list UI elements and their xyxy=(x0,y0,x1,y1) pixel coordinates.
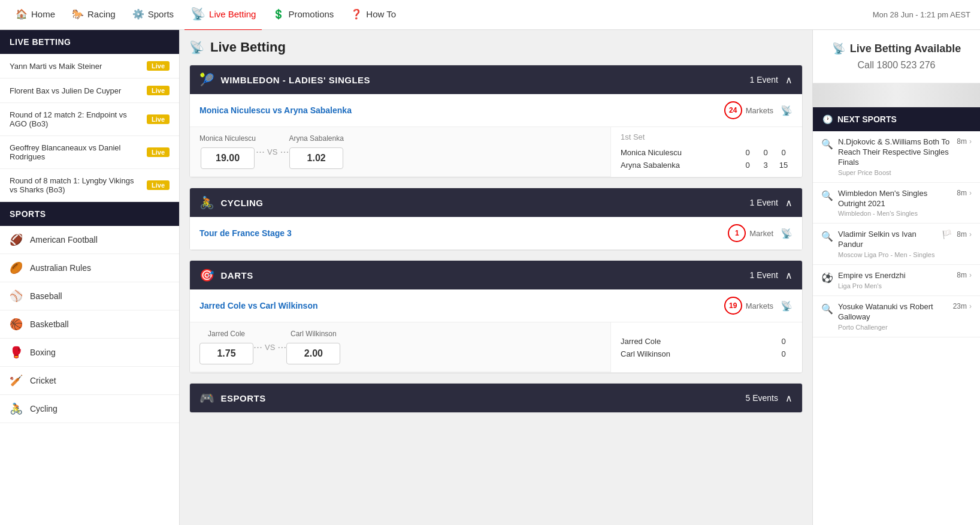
next-sport-sub-4: Porto Challenger xyxy=(838,324,946,331)
live-event-item[interactable]: Yann Marti vs Maik Steiner Live xyxy=(0,54,179,79)
darts-event-link[interactable]: Jarred Cole vs Carl Wilkinson xyxy=(199,301,724,310)
wimbledon-live-stream-icon[interactable]: 📡 xyxy=(781,105,793,116)
darts-score-player1: Jarred Cole xyxy=(621,337,775,346)
next-sport-item-4[interactable]: 🔍 Yosuke Watanuki vs Robert Galloway Por… xyxy=(813,296,980,337)
score-p2-s3: 15 xyxy=(775,161,793,170)
next-sport-right-1: 8m › xyxy=(954,189,972,197)
darts-markets-label: Markets xyxy=(746,301,773,310)
score-player2: Aryna Sabalenka xyxy=(621,161,739,170)
next-sport-time-2: 8m xyxy=(957,230,967,239)
home-icon: 🏠 xyxy=(16,8,28,20)
darts-section-icon: 🎯 xyxy=(199,268,215,282)
player2-name: Aryna Sabalenka xyxy=(289,134,343,143)
next-sport-item-1[interactable]: 🔍 Wimbledon Men's Singles Outright 2021 … xyxy=(813,183,980,224)
main-content: 📡 Live Betting 🎾 WIMBLEDON - LADIES' SIN… xyxy=(180,30,812,525)
esports-chevron[interactable]: ∧ xyxy=(785,393,793,404)
nav-promotions[interactable]: 💲 Promotions xyxy=(267,0,340,30)
darts-live-stream-icon[interactable]: 📡 xyxy=(781,300,793,312)
score-p1-s3: 0 xyxy=(775,148,793,157)
live-event-item[interactable]: Geoffrey Blancaneaux vs Daniel Rodrigues… xyxy=(0,136,179,169)
esports-header: 🎮 ESPORTS 5 Events ∧ xyxy=(190,384,802,412)
page-title-bar: 📡 Live Betting xyxy=(189,40,803,55)
nav-home[interactable]: 🏠 Home xyxy=(10,0,61,30)
next-sport-icon-3: ⚽ xyxy=(821,272,833,283)
next-sport-arrow-3[interactable]: › xyxy=(969,271,972,279)
section-cycling: 🚴 CYCLING 1 Event ∧ Tour de France Stage… xyxy=(189,188,803,251)
next-sport-arrow-0[interactable]: › xyxy=(969,137,972,146)
sports-icon: ⚙️ xyxy=(132,8,144,20)
darts-player1-odds[interactable]: 1.75 xyxy=(199,343,253,364)
next-sport-arrow-4[interactable]: › xyxy=(969,302,972,310)
darts-odds: Jarred Cole 1.75 ··· VS ··· Carl Wilkins… xyxy=(190,322,610,372)
page-title-live-icon: 📡 xyxy=(189,40,204,55)
wimbledon-details: Monica Niculescu 19.00 ··· VS ··· Aryna … xyxy=(190,127,802,177)
how-to-icon: ❓ xyxy=(350,8,362,20)
sidebar-item-cycling[interactable]: 🚴 Cycling xyxy=(0,395,179,423)
darts-score-p2-s1: 0 xyxy=(775,349,793,358)
live-event-item[interactable]: Florent Bax vs Julien De Cuyper Live xyxy=(0,79,179,103)
next-sport-item-0[interactable]: 🔍 N.Djokovic & S.Williams Both To Reach … xyxy=(813,131,980,183)
player1-odds-button[interactable]: 19.00 xyxy=(201,147,255,169)
next-sport-item-2[interactable]: 🔍 Vladimir Selkin vs Ivan Pandur Moscow … xyxy=(813,224,980,265)
wimbledon-chevron[interactable]: ∧ xyxy=(785,74,793,86)
next-sport-name-2: Vladimir Selkin vs Ivan Pandur xyxy=(838,230,937,250)
sidebar-item-cricket[interactable]: 🏏 Cricket xyxy=(0,367,179,395)
player1-odds-block: Monica Niculescu 19.00 xyxy=(199,134,256,169)
live-event-item[interactable]: Round of 12 match 2: Endpoint vs AGO (Bo… xyxy=(0,103,179,136)
sidebar-item-australian-rules[interactable]: 🏉 Australian Rules xyxy=(0,254,179,282)
wimbledon-event-count: 1 Event xyxy=(750,75,778,85)
cycling-event-link[interactable]: Tour de France Stage 3 xyxy=(199,228,728,238)
next-sport-item-3[interactable]: ⚽ Empire vs Enerdzhi Liga Pro Men's 8m › xyxy=(813,265,980,296)
next-sport-sub-3: Liga Pro Men's xyxy=(838,282,949,289)
nav-how-to[interactable]: ❓ How To xyxy=(344,0,402,30)
next-sport-info-2: Vladimir Selkin vs Ivan Pandur Moscow Li… xyxy=(838,230,937,258)
esports-title-text: ESPORTS xyxy=(221,393,266,403)
next-sports-header: 🕐 NEXT SPORTS xyxy=(813,107,980,131)
sidebar-item-baseball[interactable]: ⚾ Baseball xyxy=(0,282,179,310)
darts-score-p1-s1: 0 xyxy=(775,337,793,346)
player2-odds-button[interactable]: 1.02 xyxy=(289,147,343,169)
basketball-icon: 🏀 xyxy=(10,318,23,331)
darts-player2-odds[interactable]: 2.00 xyxy=(286,343,340,364)
live-event-name: Geoffrey Blancaneaux vs Daniel Rodrigues xyxy=(10,143,142,161)
nav-live-betting[interactable]: 📡 Live Betting xyxy=(184,0,262,31)
sport-name-american-football: American Football xyxy=(30,235,98,245)
cycling-event-row: Tour de France Stage 3 1 Market 📡 xyxy=(190,217,802,250)
next-sport-arrow-1[interactable]: › xyxy=(969,189,972,197)
vs-label: ··· VS ··· xyxy=(256,134,289,169)
racing-icon: 🐎 xyxy=(72,8,84,20)
nav-links: 🏠 Home 🐎 Racing ⚙️ Sports 📡 Live Betting… xyxy=(10,0,402,31)
sidebar-item-american-football[interactable]: 🏈 American Football xyxy=(0,226,179,254)
darts-chevron[interactable]: ∧ xyxy=(785,270,793,281)
next-sport-right-3: 8m › xyxy=(954,271,972,279)
vs-dots-left: ··· xyxy=(256,146,265,158)
sports-sidebar-header: SPORTS xyxy=(0,202,179,226)
next-sport-arrow-2[interactable]: › xyxy=(969,230,972,239)
nav-how-to-label: How To xyxy=(366,9,396,19)
darts-header: 🎯 DARTS 1 Event ∧ xyxy=(190,261,802,289)
live-event-item[interactable]: Round of 8 match 1: Lyngby Vikings vs Sh… xyxy=(0,169,179,202)
darts-player1-block: Jarred Cole 1.75 xyxy=(199,330,253,364)
live-badge: Live xyxy=(147,86,170,95)
nav-racing[interactable]: 🐎 Racing xyxy=(66,0,122,30)
cycling-chevron[interactable]: ∧ xyxy=(785,197,793,209)
darts-vs: ··· VS ··· xyxy=(253,330,286,364)
player1-name: Monica Niculescu xyxy=(199,134,256,143)
american-football-icon: 🏈 xyxy=(10,233,23,246)
live-badge: Live xyxy=(147,147,170,157)
darts-score-area: Jarred Cole 0 Carl Wilkinson 0 xyxy=(610,322,802,372)
darts-player2-name: Carl Wilkinson xyxy=(291,330,337,338)
cycling-title: 🚴 CYCLING xyxy=(199,195,264,210)
sidebar-item-basketball[interactable]: 🏀 Basketball xyxy=(0,310,179,339)
next-sports-label: NEXT SPORTS xyxy=(837,114,897,124)
darts-player2-block: Carl Wilkinson 2.00 xyxy=(286,330,340,364)
darts-title: 🎯 DARTS xyxy=(199,268,253,282)
australian-rules-icon: 🏉 xyxy=(10,261,23,274)
section-esports: 🎮 ESPORTS 5 Events ∧ xyxy=(189,383,803,413)
cycling-live-stream-icon[interactable]: 📡 xyxy=(781,228,793,239)
live-badge: Live xyxy=(147,61,170,71)
sport-name-boxing: Boxing xyxy=(30,348,56,357)
wimbledon-event-link[interactable]: Monica Niculescu vs Aryna Sabalenka xyxy=(199,105,724,115)
nav-sports[interactable]: ⚙️ Sports xyxy=(126,0,180,30)
sidebar-item-boxing[interactable]: 🥊 Boxing xyxy=(0,339,179,367)
